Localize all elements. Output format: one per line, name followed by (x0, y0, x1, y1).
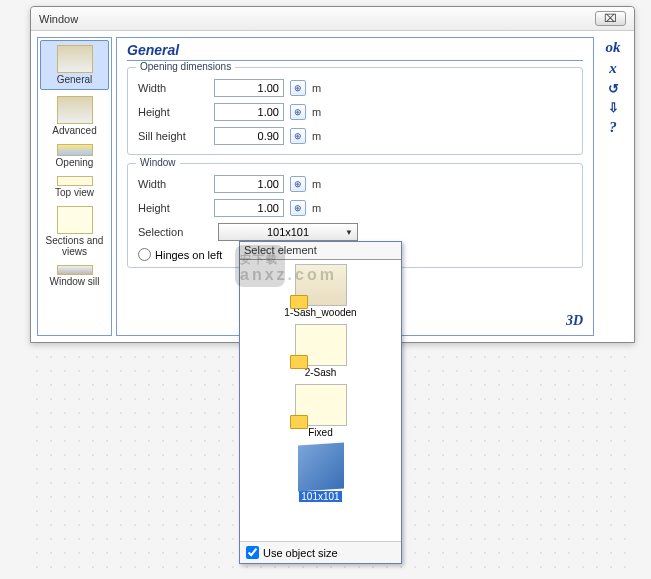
opening-icon (57, 144, 93, 156)
advanced-icon (57, 96, 93, 124)
window-thumb-icon (295, 264, 347, 306)
window-thumb-icon (298, 442, 344, 491)
use-object-size-label: Use object size (263, 547, 338, 559)
sidebar-item-advanced[interactable]: Advanced (38, 92, 111, 140)
chevron-down-icon: ▼ (345, 228, 353, 237)
sill-height-label: Sill height (138, 130, 208, 142)
group-opening-dimensions: Opening dimensions Width ⊕ m Height ⊕ m … (127, 67, 583, 155)
dropdown-title: Select element (240, 242, 401, 260)
window-width-input[interactable] (214, 175, 284, 193)
category-sidebar: General Advanced Opening Top view Sectio… (37, 37, 112, 336)
dropdown-footer: Use object size (240, 541, 401, 563)
list-item[interactable]: 2-Sash (295, 324, 347, 378)
cancel-button[interactable]: x (609, 60, 617, 77)
list-item[interactable]: Fixed (295, 384, 347, 438)
unit-label: m (312, 106, 328, 118)
opening-width-input[interactable] (214, 79, 284, 97)
selection-dropdown: Select element 1-Sash_wooden 2-Sash Fixe… (239, 241, 402, 564)
sidebar-item-topview[interactable]: Top view (38, 172, 111, 202)
window-title: Window (39, 13, 78, 25)
dialog-actions: ok x ↺ ⇩ ? (598, 37, 628, 336)
window-icon (57, 45, 93, 73)
sidebar-item-opening[interactable]: Opening (38, 140, 111, 172)
topview-icon (57, 176, 93, 186)
dropdown-list[interactable]: 1-Sash_wooden 2-Sash Fixed 101x101 (240, 260, 401, 541)
list-item[interactable]: 1-Sash_wooden (282, 264, 358, 318)
sidebar-item-windowsill[interactable]: Window sill (38, 261, 111, 291)
spinner-icon[interactable]: ⊕ (290, 104, 306, 120)
width-label: Width (138, 178, 208, 190)
group-title: Window (136, 157, 180, 168)
sections-icon (57, 206, 93, 234)
folder-icon (290, 415, 308, 429)
width-label: Width (138, 82, 208, 94)
spinner-icon[interactable]: ⊕ (290, 176, 306, 192)
window-height-input[interactable] (214, 199, 284, 217)
ok-button[interactable]: ok (606, 39, 621, 56)
group-title: Opening dimensions (136, 61, 235, 72)
selection-combo[interactable]: 101x101 ▼ (218, 223, 358, 241)
window-thumb-icon (295, 384, 347, 426)
sill-icon (57, 265, 93, 275)
use-object-size-checkbox[interactable] (246, 546, 259, 559)
height-label: Height (138, 202, 208, 214)
unit-label: m (312, 178, 328, 190)
panel-title: General (127, 42, 583, 61)
selection-value: 101x101 (267, 226, 309, 238)
folder-icon (290, 355, 308, 369)
help-button[interactable]: ? (609, 119, 617, 136)
spinner-icon[interactable]: ⊕ (290, 200, 306, 216)
sidebar-item-general[interactable]: General (40, 40, 109, 90)
opening-height-input[interactable] (214, 103, 284, 121)
spinner-icon[interactable]: ⊕ (290, 128, 306, 144)
folder-icon (290, 295, 308, 309)
close-button[interactable]: ⌧ (595, 11, 626, 26)
hinges-left-label: Hinges on left (155, 249, 222, 261)
window-thumb-icon (295, 324, 347, 366)
3d-button[interactable]: 3D (566, 313, 583, 329)
anchor-icon[interactable]: ⇩ (608, 100, 619, 115)
height-label: Height (138, 106, 208, 118)
titlebar[interactable]: Window ⌧ (31, 7, 634, 31)
sidebar-item-sections[interactable]: Sections and views (38, 202, 111, 261)
hinges-left-radio[interactable] (138, 248, 151, 261)
sill-height-input[interactable] (214, 127, 284, 145)
spinner-icon[interactable]: ⊕ (290, 80, 306, 96)
list-item[interactable]: 101x101 (298, 444, 344, 502)
unit-label: m (312, 202, 328, 214)
unit-label: m (312, 130, 328, 142)
unit-label: m (312, 82, 328, 94)
selection-label: Selection (138, 226, 208, 238)
reset-icon[interactable]: ↺ (608, 81, 619, 96)
